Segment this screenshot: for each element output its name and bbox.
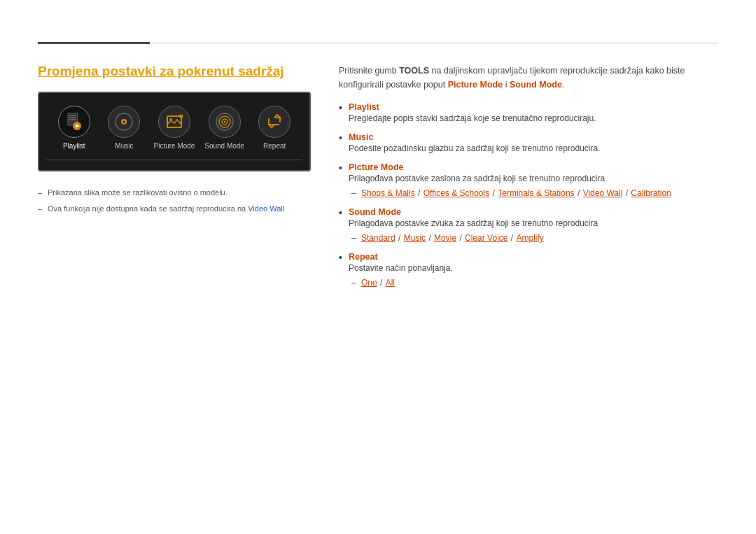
- picture-svg-icon: [164, 112, 184, 132]
- list-item-repeat: Repeat Postavite način ponavljanja. One …: [339, 251, 718, 289]
- right-column: Pritisnite gumb TOOLS na daljinskom upra…: [339, 64, 718, 296]
- desc-music: Podesite pozadinsku glazbu za sadržaj ko…: [349, 143, 601, 153]
- playlist-label: Playlist: [63, 142, 85, 150]
- terminals-stations-link[interactable]: Terminals & Stations: [498, 188, 574, 198]
- list-item-sound-mode: Sound Mode Prilagođava postavke zvuka za…: [339, 206, 718, 244]
- content-columns: Promjena postavki za pokrenut sadržaj: [38, 64, 718, 296]
- calibration-link[interactable]: Calibration: [631, 188, 671, 198]
- shops-malls-link[interactable]: Shops & Malls: [361, 188, 415, 198]
- clear-voice-link[interactable]: Clear Voice: [465, 233, 507, 243]
- music-icon-circle: [108, 106, 140, 138]
- svg-point-10: [169, 118, 172, 121]
- top-line-dark: [38, 42, 150, 44]
- repeat-svg-icon: [265, 112, 284, 132]
- video-wall-link[interactable]: Video Wall: [583, 188, 623, 198]
- list-item-music: Music Podesite pozadinsku glazbu za sadr…: [339, 132, 718, 155]
- picture-mode-options: Shops & Malls / Offices & Schools / Term…: [349, 187, 718, 199]
- repeat-icon-circle: [258, 106, 290, 138]
- video-wall-link-note[interactable]: Video Wall: [248, 204, 284, 213]
- term-music: Music: [349, 132, 373, 142]
- player-item-picture: Picture Mode: [150, 106, 199, 150]
- offices-schools-link[interactable]: Offices & Schools: [424, 188, 490, 198]
- repeat-label: Repeat: [263, 142, 286, 150]
- music-label: Music: [115, 142, 133, 150]
- music-svg-icon: [114, 112, 134, 132]
- note-item-1: Prikazana slika može se razlikovati ovis…: [38, 187, 311, 199]
- desc-playlist: Pregledajte popis stavki sadržaja koje s…: [349, 113, 596, 123]
- top-line-light: [150, 43, 718, 43]
- repeat-options: One / All: [349, 276, 718, 289]
- picture-icon-circle: [158, 106, 190, 138]
- player-item-repeat: Repeat: [250, 106, 299, 150]
- term-playlist: Playlist: [349, 102, 379, 112]
- player-item-sound: Sound Mode: [200, 106, 249, 150]
- bullet-list: Playlist Pregledajte popis stavki sadrža…: [339, 101, 718, 289]
- term-picture-mode: Picture Mode: [349, 162, 404, 172]
- note-item-2: Ova funkcija nije dostupna kada se sadrž…: [38, 203, 311, 215]
- intro-text: Pritisnite gumb TOOLS na daljinskom upra…: [339, 64, 718, 92]
- playlist-svg-icon: [66, 113, 82, 131]
- music-link[interactable]: Music: [404, 233, 426, 243]
- sound-mode-intro-link[interactable]: Sound Mode: [510, 80, 562, 90]
- desc-repeat: Postavite način ponavljanja.: [349, 263, 453, 273]
- desc-picture-mode: Prilagođava postavke zaslona za sadržaj …: [349, 174, 605, 183]
- one-link[interactable]: One: [361, 278, 377, 288]
- picture-mode-intro-link[interactable]: Picture Mode: [448, 80, 503, 90]
- sound-mode-options: Standard / Music / Movie / Clear Voice /…: [349, 232, 718, 244]
- playlist-icon-circle: [58, 106, 90, 138]
- sound-mode-sublist: Standard / Music / Movie / Clear Voice /…: [349, 232, 718, 244]
- notes-section: Prikazana slika može se razlikovati ovis…: [38, 184, 311, 214]
- desc-sound-mode: Prilagođava postavke zvuka za sadržaj ko…: [349, 218, 598, 228]
- left-column: Promjena postavki za pokrenut sadržaj: [38, 64, 311, 218]
- top-lines: [38, 42, 718, 44]
- section-title: Promjena postavki za pokrenut sadržaj: [38, 64, 311, 79]
- movie-link[interactable]: Movie: [434, 233, 456, 243]
- all-link[interactable]: All: [386, 278, 395, 288]
- picture-mode-sublist: Shops & Malls / Offices & Schools / Term…: [349, 187, 718, 199]
- amplify-link[interactable]: Amplify: [517, 233, 544, 243]
- media-player-box: Playlist Music: [38, 92, 311, 171]
- repeat-sublist: One / All: [349, 276, 718, 289]
- player-item-music: Music: [99, 106, 148, 150]
- sound-icon-circle: [209, 106, 241, 138]
- list-item-playlist: Playlist Pregledajte popis stavki sadrža…: [339, 101, 718, 125]
- player-item-playlist: Playlist: [50, 106, 99, 150]
- term-repeat: Repeat: [349, 252, 378, 262]
- sound-label: Sound Mode: [204, 142, 244, 150]
- list-item-picture-mode: Picture Mode Prilagođava postavke zaslon…: [339, 162, 718, 199]
- picture-label: Picture Mode: [154, 142, 195, 150]
- svg-point-14: [223, 121, 225, 123]
- player-icons: Playlist Music: [46, 101, 302, 154]
- term-sound-mode: Sound Mode: [349, 207, 401, 217]
- page-container: Promjena postavki za pokrenut sadržaj: [0, 0, 756, 324]
- sound-svg-icon: [215, 112, 234, 132]
- svg-point-8: [123, 121, 125, 123]
- standard-link[interactable]: Standard: [361, 233, 396, 243]
- player-divider: [46, 160, 302, 160]
